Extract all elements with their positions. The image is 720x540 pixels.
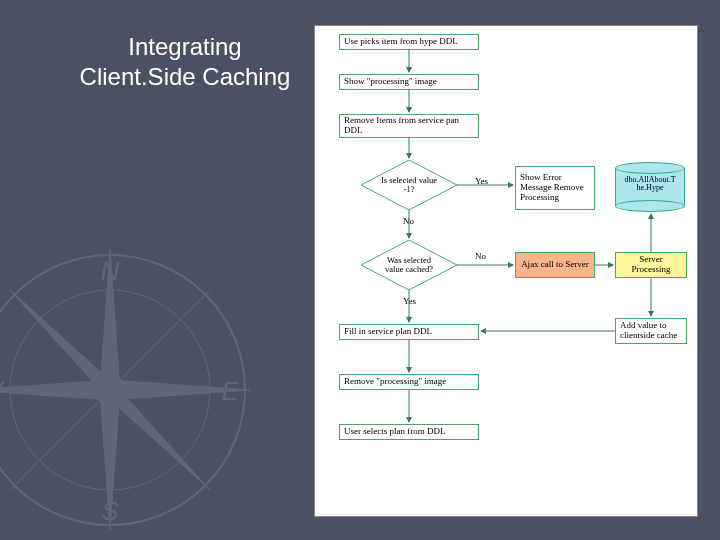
svg-marker-2: [100, 250, 120, 530]
node-show-error: Show Error Message Remove Processing: [515, 166, 595, 210]
compass-decoration: N S W E: [0, 240, 260, 540]
edge-label-no-2: No: [475, 251, 486, 261]
svg-marker-3: [0, 380, 250, 400]
svg-text:W: W: [0, 376, 5, 406]
svg-point-1: [10, 290, 210, 490]
decision-was-cached: Was selected value cached?: [361, 240, 457, 290]
svg-text:N: N: [101, 256, 120, 286]
flowchart-panel: Use picks item from hype DDL Show "proce…: [314, 25, 698, 517]
svg-marker-4: [10, 290, 210, 490]
edge-label-yes-2: Yes: [403, 296, 416, 306]
node-remove-items: Remove Items from service pan DDL: [339, 114, 479, 138]
edge-label-yes-1: Yes: [475, 176, 488, 186]
node-remove-processing: Remove "processing" image: [339, 374, 479, 390]
node-fill-plan: Fill in service plan DDL: [339, 324, 479, 340]
edge-label-no-1: No: [403, 216, 414, 226]
slide-title: Integrating Client.Side Caching: [70, 32, 300, 92]
title-line1: Integrating: [128, 33, 241, 60]
node-server-processing: Server Processing: [615, 252, 687, 278]
svg-marker-5: [10, 290, 210, 490]
svg-point-0: [0, 255, 245, 525]
title-line2: Client.Side Caching: [80, 63, 291, 90]
svg-text:S: S: [101, 496, 119, 526]
node-show-processing: Show "processing" image: [339, 74, 479, 90]
node-pick-item: Use picks item from hype DDL: [339, 34, 479, 50]
node-user-selects: User selects plan from DDL: [339, 424, 479, 440]
svg-text:E: E: [221, 376, 239, 406]
node-add-cache: Add value to clientside cache: [615, 318, 687, 344]
node-ajax-call: Ajax call to Server: [515, 252, 595, 278]
decision-selected-minus1: Is selected value -1?: [361, 160, 457, 210]
datastore-cylinder: dbo.AllAbout.T he.Hype: [615, 162, 685, 212]
